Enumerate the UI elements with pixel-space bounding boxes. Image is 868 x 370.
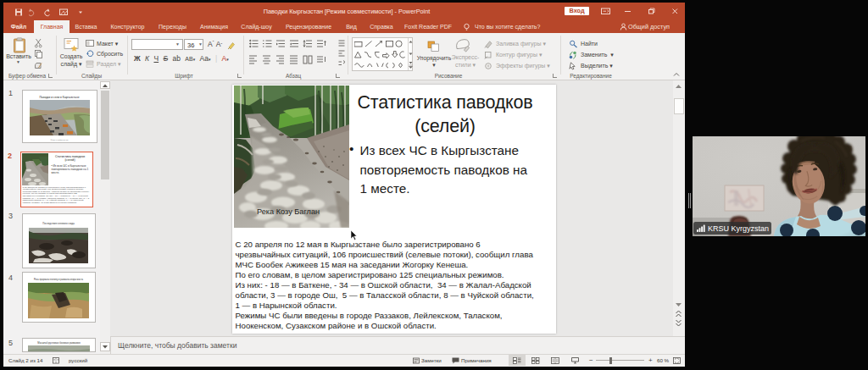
svg-text:Паводки и сели в Кыргызстане: Паводки и сели в Кыргызстане [39, 96, 79, 99]
svg-text:Фото с сайта 24.kg: Фото с сайта 24.kg [51, 139, 69, 141]
svg-text:Последствия селевого схода: Последствия селевого схода [42, 222, 75, 225]
svg-text:Река прорвала плотину и размыл: Река прорвала плотину и размыла опоры мо… [34, 278, 84, 281]
svg-text:Река Козу Баглан: Река Козу Баглан [257, 207, 320, 216]
